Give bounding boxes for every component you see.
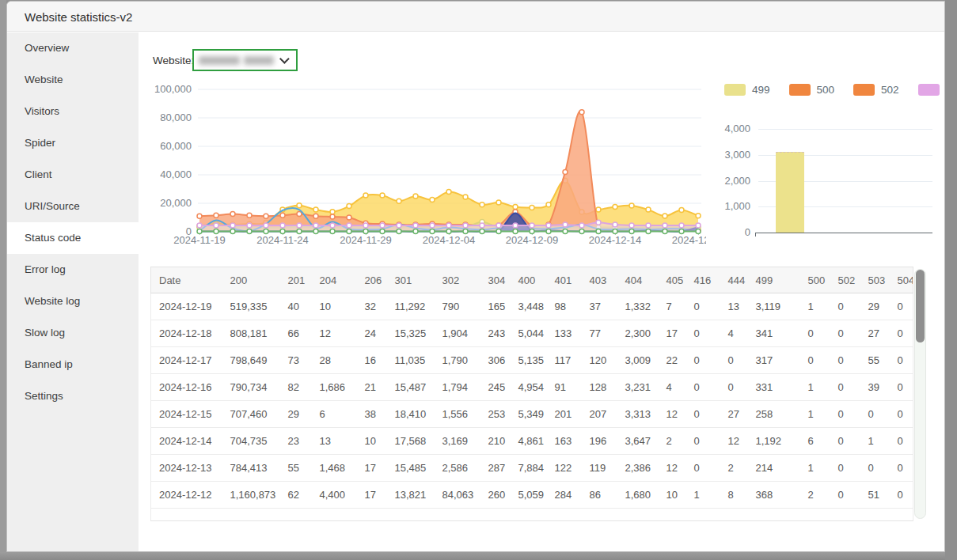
data-point-marker	[679, 207, 684, 212]
legend-item-500[interactable]: 500	[789, 84, 835, 96]
table-row[interactable]: 2024-12-15707,4602963818,4101,5562535,34…	[151, 401, 913, 428]
table-cell: 3,448	[511, 293, 547, 320]
table-cell: 12	[720, 428, 748, 455]
data-point-marker	[297, 229, 302, 234]
data-point-marker	[579, 223, 584, 228]
data-point-marker	[546, 223, 551, 228]
bar-x-axis	[755, 233, 932, 233]
data-point-marker	[347, 215, 351, 220]
table-row[interactable]: 2024-12-14704,73523131017,5683,1692104,8…	[151, 428, 913, 455]
table-cell: 16	[357, 347, 387, 374]
table-cell: 368	[748, 482, 800, 509]
sidebar-item-visitors[interactable]: Visitors	[7, 96, 139, 127]
sidebar-item-spider[interactable]: Spider	[7, 127, 139, 159]
data-point-marker	[546, 202, 551, 207]
table-column-header: 504	[890, 267, 913, 293]
table-cell: 55	[860, 347, 890, 374]
bar-499[interactable]	[776, 152, 804, 233]
table-row[interactable]: 2024-12-13784,413551,4681715,4852,586287…	[151, 455, 913, 482]
sidebar-item-client[interactable]: Client	[7, 159, 139, 191]
table-column-header: 499	[748, 267, 800, 293]
table-cell: 0	[830, 455, 860, 482]
legend-swatch	[853, 84, 875, 96]
data-point-marker	[480, 223, 484, 228]
bar-y-tick-label: 1,000	[712, 200, 750, 212]
table-cell: 13	[312, 428, 357, 455]
table-cell: 0	[830, 374, 860, 401]
table-cell: 73	[280, 347, 312, 374]
table-column-header: 400	[511, 267, 547, 293]
legend-label: 502	[881, 84, 899, 96]
table-cell: 6	[312, 401, 357, 428]
legend-label: 499	[752, 84, 770, 96]
table-cell: 32	[357, 293, 387, 320]
sidebar-item-error-log[interactable]: Error log	[7, 254, 139, 286]
sidebar-item-overview[interactable]: Overview	[7, 32, 139, 64]
table-cell: 0	[890, 455, 913, 482]
legend-item-499[interactable]: 499	[724, 84, 770, 96]
sidebar-item-website-log[interactable]: Website log	[7, 286, 139, 317]
bar-chart-legend: 499500502504	[724, 84, 957, 96]
table-cell: 2	[800, 482, 830, 509]
table-cell: 82	[280, 374, 312, 401]
legend-swatch	[918, 84, 940, 96]
data-point-marker	[264, 223, 268, 228]
table-cell: 808,181	[222, 320, 280, 347]
table-cell: 122	[547, 455, 582, 482]
data-point-marker	[530, 205, 534, 210]
table-cell: 27	[860, 320, 890, 347]
bar-y-tick-label: 2,000	[712, 175, 750, 187]
table-cell: 0	[890, 347, 913, 374]
data-point-marker	[413, 223, 418, 228]
data-point-marker	[546, 229, 551, 234]
table-scrollbar-thumb[interactable]	[916, 270, 925, 342]
data-point-marker	[363, 229, 368, 234]
table-empty-row	[151, 509, 913, 521]
data-point-marker	[230, 212, 235, 217]
data-point-marker	[629, 223, 634, 228]
table-cell: 12	[312, 320, 357, 347]
website-select[interactable]	[192, 49, 298, 71]
table-row[interactable]: 2024-12-18808,18166122415,3251,9042435,0…	[151, 320, 913, 347]
sidebar-item-banned-ip[interactable]: Banned ip	[7, 349, 139, 380]
table-cell: 119	[582, 455, 617, 482]
table-row[interactable]: 2024-12-16790,734821,6862115,4871,794245…	[151, 374, 913, 401]
data-point-marker	[646, 229, 651, 234]
table-cell: 0	[860, 401, 890, 428]
table-cell: 2,300	[617, 320, 659, 347]
table-column-header: 403	[582, 267, 617, 293]
sidebar-item-settings[interactable]: Settings	[7, 380, 139, 412]
table-cell: 0	[720, 347, 748, 374]
table-cell: 284	[547, 482, 582, 509]
data-point-marker	[480, 229, 484, 234]
sidebar-item-uri-source[interactable]: URI/Source	[7, 191, 139, 222]
table-row[interactable]: 2024-12-17798,64973281611,0351,7903065,1…	[151, 347, 913, 374]
table-cell: 2024-12-14	[151, 428, 222, 455]
table-cell: 117	[547, 347, 582, 374]
data-point-marker	[446, 223, 451, 228]
sidebar-item-status-code[interactable]: Status code	[7, 222, 139, 254]
table-column-header: 503	[860, 267, 890, 293]
table-cell: 77	[582, 320, 617, 347]
table-cell: 0	[830, 428, 860, 455]
legend-item-502[interactable]: 502	[853, 84, 899, 96]
table-cell: 0	[830, 320, 860, 347]
table-cell: 790	[435, 293, 480, 320]
data-point-marker	[380, 193, 385, 198]
bar-y-tick-label: 4,000	[712, 123, 750, 134]
data-point-marker	[563, 222, 568, 227]
data-point-marker	[430, 223, 435, 228]
table-row[interactable]: 2024-12-19519,33540103211,2927901653,448…	[151, 293, 913, 320]
table-scrollbar[interactable]	[914, 269, 926, 519]
status-code-area-chart: 100,00080,00060,00040,00020,00002024-11-…	[142, 79, 706, 249]
table-cell: 11,292	[387, 293, 435, 320]
table-cell: 4,954	[511, 374, 547, 401]
data-point-marker	[347, 229, 351, 234]
table-row[interactable]: 2024-12-121,160,873624,4001713,82184,063…	[151, 482, 913, 509]
bar-axis-tick	[755, 233, 756, 236]
table-cell: 0	[686, 293, 720, 320]
sidebar-item-slow-log[interactable]: Slow log	[7, 317, 139, 349]
table-column-header: 444	[720, 267, 748, 293]
data-point-marker	[463, 195, 468, 199]
sidebar-item-website[interactable]: Website	[7, 64, 139, 96]
